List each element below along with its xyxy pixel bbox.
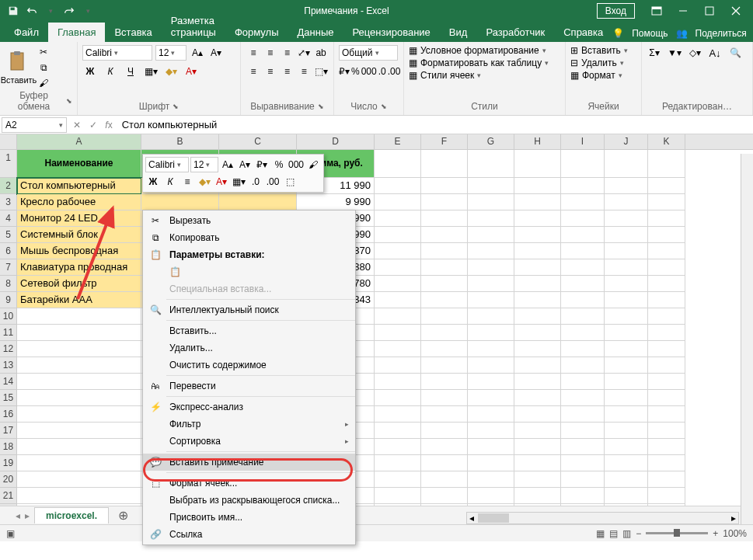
ctx-clear[interactable]: Очистить содержимое — [143, 357, 355, 374]
cell[interactable] — [421, 194, 468, 210]
cell[interactable] — [468, 150, 514, 178]
cell[interactable] — [648, 150, 685, 178]
row-header[interactable]: 13 — [0, 357, 17, 374]
cell[interactable] — [648, 439, 685, 455]
view-layout-icon[interactable]: ▤ — [609, 528, 618, 539]
cell[interactable] — [561, 194, 605, 210]
tab-insert[interactable]: Вставка — [105, 23, 161, 42]
zoom-level[interactable]: 100% — [723, 528, 747, 539]
cell[interactable] — [605, 471, 648, 488]
cell[interactable] — [514, 178, 561, 194]
cell[interactable] — [17, 423, 141, 439]
cell[interactable] — [421, 243, 468, 259]
cell[interactable] — [375, 243, 421, 259]
align-middle-icon[interactable]: ≡ — [263, 45, 278, 61]
cell[interactable] — [468, 390, 514, 406]
cell[interactable] — [375, 341, 421, 357]
cell[interactable] — [514, 357, 561, 374]
mini-grow-font-icon[interactable]: A▴ — [220, 157, 235, 172]
maximize-icon[interactable] — [697, 2, 722, 20]
cell[interactable] — [468, 341, 514, 357]
cell[interactable] — [648, 210, 685, 227]
cell[interactable] — [17, 341, 141, 357]
row-header[interactable]: 20 — [0, 471, 17, 488]
cell[interactable] — [561, 439, 605, 455]
cell[interactable] — [375, 439, 421, 455]
col-header[interactable]: J — [605, 134, 648, 149]
cell[interactable] — [468, 292, 514, 308]
cell[interactable] — [605, 504, 648, 506]
cell[interactable] — [421, 325, 468, 341]
cell[interactable] — [468, 227, 514, 243]
cell[interactable] — [375, 227, 421, 243]
row-header[interactable]: 8 — [0, 276, 17, 292]
new-sheet-icon[interactable]: ⊕ — [113, 508, 133, 523]
horizontal-scrollbar[interactable]: ◂▸ — [466, 512, 739, 524]
cell[interactable] — [561, 341, 605, 357]
align-bottom-icon[interactable]: ≡ — [280, 45, 295, 61]
select-all-cell[interactable] — [0, 134, 17, 149]
cell[interactable] — [514, 227, 561, 243]
zoom-out-icon[interactable]: − — [636, 528, 641, 539]
align-right-icon[interactable]: ≡ — [280, 64, 295, 79]
macro-record-icon[interactable]: ▣ — [6, 528, 15, 539]
fx-icon[interactable]: fx — [105, 120, 112, 130]
mini-dec-decimal-icon[interactable]: .00 — [265, 174, 281, 190]
cell[interactable] — [648, 259, 685, 276]
cut-icon[interactable]: ✂ — [36, 45, 51, 59]
cell[interactable] — [375, 178, 421, 194]
cell[interactable] — [561, 390, 605, 406]
cell[interactable] — [17, 488, 141, 504]
row-header[interactable]: 7 — [0, 259, 17, 276]
cell[interactable] — [421, 488, 468, 504]
undo-icon[interactable] — [23, 2, 40, 19]
fill-icon[interactable]: ▼▾ — [667, 45, 682, 61]
cell[interactable] — [375, 504, 421, 506]
row-header[interactable]: 4 — [0, 210, 17, 227]
cell[interactable] — [17, 439, 141, 455]
cell[interactable] — [514, 439, 561, 455]
cell[interactable] — [421, 210, 468, 227]
mini-italic-button[interactable]: К — [162, 174, 178, 190]
cell[interactable] — [375, 488, 421, 504]
cell[interactable] — [375, 194, 421, 210]
cell[interactable] — [605, 276, 648, 292]
redo-icon[interactable] — [61, 2, 78, 19]
cell[interactable] — [561, 259, 605, 276]
cell[interactable] — [141, 194, 219, 210]
cell[interactable] — [421, 292, 468, 308]
format-table-button[interactable]: ▦Форматировать как таблицу▾ — [409, 57, 560, 68]
cell[interactable]: Наименование — [17, 150, 141, 178]
cell[interactable] — [514, 423, 561, 439]
cell[interactable] — [605, 374, 648, 390]
grow-font-icon[interactable]: A▴ — [190, 45, 205, 61]
cell[interactable] — [514, 390, 561, 406]
ctx-dropdown-list[interactable]: Выбрать из раскрывающегося списка... — [143, 492, 355, 509]
cell[interactable] — [648, 194, 685, 210]
cell[interactable] — [605, 227, 648, 243]
cell[interactable]: Стол компьютерный — [17, 178, 141, 194]
col-header[interactable]: D — [297, 134, 375, 149]
cell[interactable] — [514, 325, 561, 341]
cell[interactable] — [468, 276, 514, 292]
cell[interactable] — [561, 374, 605, 390]
cell[interactable] — [17, 455, 141, 471]
cell[interactable] — [375, 292, 421, 308]
row-header[interactable]: 14 — [0, 374, 17, 390]
share-icon[interactable]: 👥 — [676, 28, 688, 39]
cell[interactable] — [561, 178, 605, 194]
enter-formula-icon[interactable]: ✓ — [89, 120, 97, 130]
underline-button[interactable]: Ч — [123, 64, 138, 79]
cell[interactable] — [468, 406, 514, 423]
format-cells-button[interactable]: ▦Формат▾ — [570, 70, 636, 81]
cell[interactable] — [648, 276, 685, 292]
cell[interactable] — [514, 243, 561, 259]
cell[interactable]: Батарейки ААА — [17, 292, 141, 308]
row-header[interactable]: 9 — [0, 292, 17, 308]
ctx-link[interactable]: 🔗Ссылка — [143, 526, 355, 543]
cell[interactable] — [648, 504, 685, 506]
cell[interactable] — [648, 390, 685, 406]
cell[interactable] — [561, 243, 605, 259]
mini-currency-icon[interactable]: ₽▾ — [254, 157, 270, 172]
tab-review[interactable]: Рецензирование — [343, 23, 439, 42]
